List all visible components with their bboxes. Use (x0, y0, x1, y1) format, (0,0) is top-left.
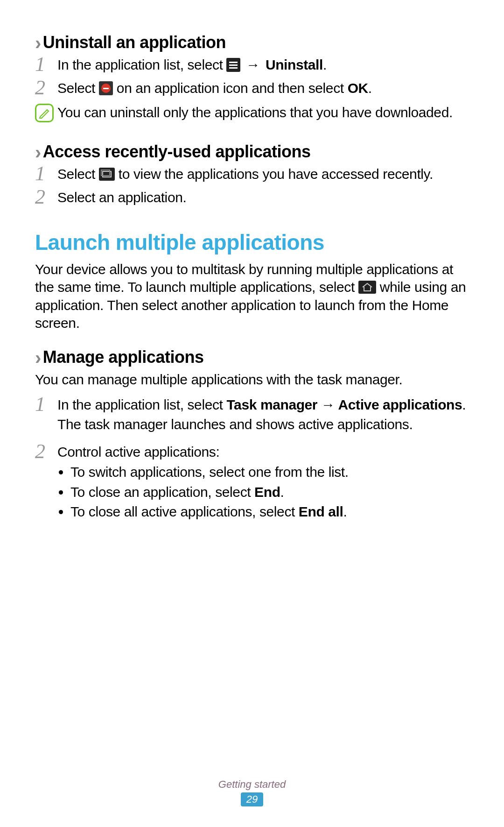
manage-step-1: 1 In the application list, select Task m… (35, 396, 469, 434)
recent-step-2: 2 Select an application. (35, 189, 469, 209)
menu-icon (226, 58, 240, 72)
heading-manage: › Manage applications (35, 347, 469, 367)
arrow: → (246, 56, 260, 74)
bold-text: OK (348, 80, 368, 96)
text: In the application list, select (57, 397, 226, 412)
step-text: Select on an application icon and then s… (57, 79, 469, 97)
bold-text: End all (299, 504, 343, 519)
heading-manage-text: Manage applications (43, 347, 204, 367)
remove-icon (99, 81, 113, 95)
note-text: You can uninstall only the applications … (57, 104, 469, 121)
step-number: 1 (35, 54, 57, 75)
heading-uninstall: › Uninstall an application (35, 33, 469, 52)
step-text: Select an application. (57, 189, 469, 206)
list-item: To close an application, select End. (70, 483, 469, 502)
text: To close all active applications, select (70, 504, 299, 519)
list-item: To close all active applications, select… (70, 502, 469, 522)
step-text: Control active applications: To switch a… (57, 443, 469, 523)
text: . (280, 484, 284, 500)
bold-text: End (254, 484, 280, 500)
footer-section: Getting started (0, 778, 504, 791)
heading-launch: Launch multiple applications (35, 230, 469, 255)
page-number: 29 (241, 792, 263, 806)
text: on an application icon and then select (117, 80, 348, 96)
launch-paragraph: Your device allows you to multitask by r… (35, 261, 469, 332)
step-text: In the application list, select Task man… (57, 396, 469, 434)
step-number: 2 (35, 441, 57, 462)
text: . (343, 504, 347, 519)
text: To close an application, select (70, 484, 254, 500)
bold-text: Active applications (338, 397, 462, 412)
text: . (323, 57, 327, 72)
bullet-list: To switch applications, select one from … (57, 463, 469, 522)
step-number: 1 (35, 163, 57, 184)
bold-text: Task manager (226, 397, 317, 412)
list-item: To switch applications, select one from … (70, 463, 469, 482)
chevron-icon: › (35, 348, 41, 367)
heading-uninstall-text: Uninstall an application (43, 33, 226, 52)
step-text: In the application list, select → Uninst… (57, 56, 469, 74)
note-row: You can uninstall only the applications … (35, 104, 469, 122)
arrow: → (317, 397, 338, 412)
step-text: Select to view the applications you have… (57, 165, 469, 183)
uninstall-step-1: 1 In the application list, select → Unin… (35, 56, 469, 77)
note-icon (35, 104, 54, 122)
heading-recent: › Access recently-used applications (35, 142, 469, 162)
text: The task manager launches and shows acti… (57, 417, 413, 432)
manage-intro: You can manage multiple applications wit… (35, 371, 469, 389)
recent-step-1: 1 Select to view the applications you ha… (35, 165, 469, 186)
page-footer: Getting started 29 (0, 778, 504, 806)
step-number: 2 (35, 187, 57, 207)
chevron-icon: › (35, 143, 41, 162)
text: Select (57, 80, 99, 96)
text: . (462, 397, 466, 412)
text: . (368, 80, 372, 96)
uninstall-step-2: 2 Select on an application icon and then… (35, 79, 469, 100)
text: to view the applications you have access… (119, 166, 433, 182)
page: › Uninstall an application 1 In the appl… (0, 0, 504, 827)
chevron-icon: › (35, 34, 41, 52)
text: Control active applications: (57, 444, 219, 459)
step-number: 2 (35, 78, 57, 98)
home-icon (358, 281, 376, 294)
manage-step-2: 2 Control active applications: To switch… (35, 443, 469, 523)
recent-apps-icon (99, 168, 115, 181)
text: In the application list, select (57, 57, 226, 72)
note-icon-wrap (35, 104, 57, 122)
step-number: 1 (35, 394, 57, 415)
text: Select (57, 166, 99, 182)
heading-recent-text: Access recently-used applications (43, 142, 311, 162)
bold-text: Uninstall (266, 57, 323, 72)
